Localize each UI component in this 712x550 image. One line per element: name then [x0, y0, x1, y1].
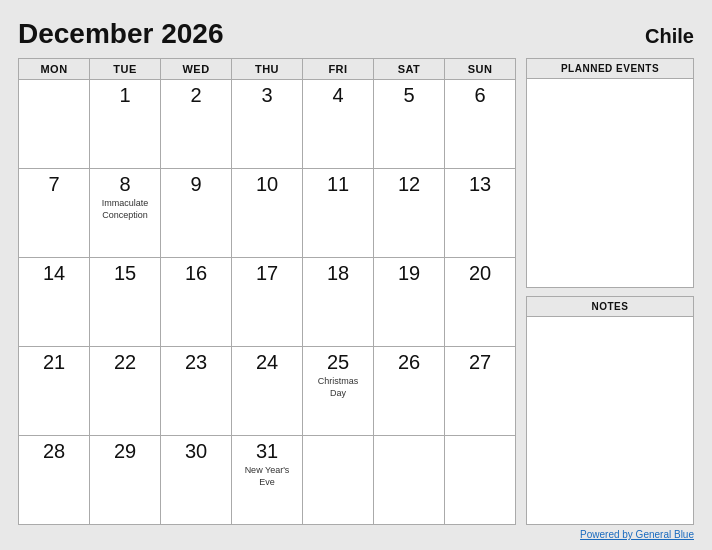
calendar-table: MON TUE WED THU FRI SAT SUN 12345678Imma…: [18, 58, 516, 525]
day-number: 2: [167, 84, 225, 107]
table-row: 2122232425Christmas Day2627: [19, 347, 516, 436]
planned-events-content: [527, 79, 693, 199]
day-number: 1: [96, 84, 154, 107]
table-cell: 15: [90, 258, 161, 347]
country-title: Chile: [645, 25, 694, 48]
day-number: 11: [309, 173, 367, 196]
table-cell: 13: [445, 169, 516, 258]
day-number: 29: [96, 440, 154, 463]
table-cell: 21: [19, 347, 90, 436]
col-mon: MON: [19, 59, 90, 80]
day-number: 8: [96, 173, 154, 196]
day-number: 12: [380, 173, 438, 196]
table-cell: 16: [161, 258, 232, 347]
table-cell: 7: [19, 169, 90, 258]
day-number: 16: [167, 262, 225, 285]
day-number: 3: [238, 84, 296, 107]
day-number: 24: [238, 351, 296, 374]
day-number: 19: [380, 262, 438, 285]
table-cell: 23: [161, 347, 232, 436]
footer: Powered by General Blue: [18, 529, 694, 540]
col-sat: SAT: [374, 59, 445, 80]
days-header-row: MON TUE WED THU FRI SAT SUN: [19, 59, 516, 80]
table-cell: 14: [19, 258, 90, 347]
table-cell: 6: [445, 80, 516, 169]
table-cell: 5: [374, 80, 445, 169]
table-row: 78Immaculate Conception910111213: [19, 169, 516, 258]
col-fri: FRI: [303, 59, 374, 80]
table-cell: 28: [19, 436, 90, 525]
calendar-body: 12345678Immaculate Conception91011121314…: [19, 80, 516, 525]
day-number: 31: [238, 440, 296, 463]
day-number: 23: [167, 351, 225, 374]
table-cell: 25Christmas Day: [303, 347, 374, 436]
table-cell: 8Immaculate Conception: [90, 169, 161, 258]
table-cell: 19: [374, 258, 445, 347]
table-cell: 20: [445, 258, 516, 347]
notes-header: NOTES: [527, 297, 693, 317]
table-cell: [445, 436, 516, 525]
event-label: Christmas Day: [309, 376, 367, 399]
page: December 2026 Chile MON TUE WED THU FRI …: [0, 0, 712, 550]
col-tue: TUE: [90, 59, 161, 80]
day-number: 18: [309, 262, 367, 285]
table-cell: 1: [90, 80, 161, 169]
table-cell: [374, 436, 445, 525]
table-cell: 2: [161, 80, 232, 169]
table-cell: 10: [232, 169, 303, 258]
table-cell: 3: [232, 80, 303, 169]
month-title: December 2026: [18, 18, 223, 50]
col-sun: SUN: [445, 59, 516, 80]
notes-box: NOTES: [526, 296, 694, 526]
sidebar: PLANNED EVENTS NOTES: [526, 58, 694, 525]
table-cell: [303, 436, 374, 525]
day-number: 25: [309, 351, 367, 374]
day-number: 20: [451, 262, 509, 285]
table-cell: 22: [90, 347, 161, 436]
table-cell: 11: [303, 169, 374, 258]
table-row: 14151617181920: [19, 258, 516, 347]
table-cell: 17: [232, 258, 303, 347]
col-thu: THU: [232, 59, 303, 80]
planned-events-box: PLANNED EVENTS: [526, 58, 694, 288]
table-cell: 27: [445, 347, 516, 436]
table-cell: 4: [303, 80, 374, 169]
day-number: 17: [238, 262, 296, 285]
day-number: 30: [167, 440, 225, 463]
day-number: 15: [96, 262, 154, 285]
table-cell: 12: [374, 169, 445, 258]
event-label: Immaculate Conception: [96, 198, 154, 221]
event-label: New Year's Eve: [238, 465, 296, 488]
day-number: 6: [451, 84, 509, 107]
header: December 2026 Chile: [18, 18, 694, 50]
table-cell: 18: [303, 258, 374, 347]
table-cell: 29: [90, 436, 161, 525]
day-number: 22: [96, 351, 154, 374]
day-number: 4: [309, 84, 367, 107]
day-number: 10: [238, 173, 296, 196]
day-number: 13: [451, 173, 509, 196]
calendar-section: MON TUE WED THU FRI SAT SUN 12345678Imma…: [18, 58, 516, 525]
main-area: MON TUE WED THU FRI SAT SUN 12345678Imma…: [18, 58, 694, 525]
powered-by-link[interactable]: Powered by General Blue: [580, 529, 694, 540]
table-cell: 31New Year's Eve: [232, 436, 303, 525]
table-row: 123456: [19, 80, 516, 169]
table-cell: 9: [161, 169, 232, 258]
col-wed: WED: [161, 59, 232, 80]
table-cell: [19, 80, 90, 169]
day-number: 5: [380, 84, 438, 107]
day-number: 28: [25, 440, 83, 463]
day-number: 27: [451, 351, 509, 374]
day-number: 21: [25, 351, 83, 374]
planned-events-header: PLANNED EVENTS: [527, 59, 693, 79]
day-number: 26: [380, 351, 438, 374]
day-number: 9: [167, 173, 225, 196]
table-cell: 24: [232, 347, 303, 436]
table-cell: 26: [374, 347, 445, 436]
day-number: 7: [25, 173, 83, 196]
notes-content: [527, 317, 693, 437]
table-row: 28293031New Year's Eve: [19, 436, 516, 525]
table-cell: 30: [161, 436, 232, 525]
day-number: 14: [25, 262, 83, 285]
